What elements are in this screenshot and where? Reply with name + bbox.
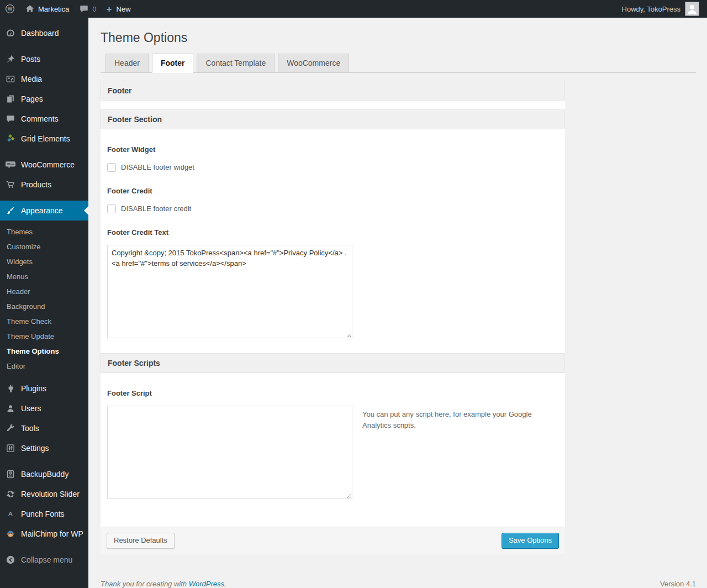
comment-count: 0 [92, 5, 96, 13]
sidebar-item-woocommerce[interactable]: Woo WooCommerce [0, 155, 88, 175]
sidebar-item-comments[interactable]: Comments [0, 109, 88, 129]
spacer [107, 499, 558, 527]
refresh-arrows-icon [5, 489, 16, 500]
comments-menu[interactable]: 0 [74, 0, 101, 18]
sidebar-label: MailChimp for WP [21, 529, 83, 538]
footer-script-textarea[interactable] [107, 406, 352, 499]
sidebar-item-media[interactable]: Media [0, 69, 88, 89]
sidebar-item-backupbuddy[interactable]: BackupBuddy [0, 464, 88, 484]
wordpress-logo-menu[interactable]: W [0, 0, 20, 18]
submenu-item-menus[interactable]: Menus [0, 269, 88, 284]
pushpin-icon [5, 54, 16, 65]
submenu-item-editor[interactable]: Editor [0, 359, 88, 374]
collapse-arrow-icon [5, 554, 16, 565]
submenu-item-themes[interactable]: Themes [0, 224, 88, 239]
sidebar-item-mailchimp[interactable]: MailChimp for WP [0, 524, 88, 544]
grid-elements-icon [5, 133, 16, 144]
media-icon [5, 74, 16, 85]
sidebar-label: Comments [21, 114, 59, 123]
admin-bar-account[interactable]: Howdy, TokoPress [622, 2, 707, 16]
sidebar-item-settings[interactable]: Settings [0, 438, 88, 458]
howdy-label: Howdy, TokoPress [622, 5, 680, 13]
sidebar-item-posts[interactable]: Posts [0, 49, 88, 69]
settings-sliders-icon [5, 443, 16, 454]
section-header-footer-scripts: Footer Scripts [101, 353, 565, 373]
comment-bubble-icon [79, 4, 89, 14]
collapse-menu-button[interactable]: Collapse menu [0, 550, 88, 570]
disable-footer-credit-checkbox[interactable] [107, 204, 116, 213]
footer-scripts-body: Footer Script You can put any script her… [101, 373, 565, 527]
dashboard-icon [5, 28, 16, 39]
footer-credit-checkbox-row: DISABLE footer credit [107, 204, 558, 213]
tab-contact-template[interactable]: Contact Template [197, 54, 275, 73]
footer-credit-text-textarea[interactable]: Copyright &copy; 2015 TokoPress<span><a … [107, 245, 352, 338]
submenu-item-widgets[interactable]: Widgets [0, 254, 88, 269]
sidebar-label: Settings [21, 444, 49, 453]
admin-bar: W Marketica 0 + New Howdy, TokoPress [0, 0, 707, 18]
sidebar-label: Appearance [21, 206, 63, 215]
cart-icon [5, 179, 16, 190]
sidebar-label: Products [21, 180, 51, 189]
save-options-button[interactable]: Save Options [502, 533, 559, 549]
footer-credit-label: Footer Credit [107, 187, 558, 195]
footer-widget-checkbox-row: DISABLE footer widget [107, 163, 558, 172]
user-icon [5, 403, 16, 414]
wordpress-logo-icon: W [5, 4, 15, 14]
paintbrush-icon [5, 205, 16, 216]
home-icon [25, 4, 35, 14]
tab-woocommerce[interactable]: WooCommerce [278, 54, 349, 73]
sidebar-item-dashboard[interactable]: Dashboard [0, 23, 88, 43]
sidebar-item-users[interactable]: Users [0, 398, 88, 418]
submenu-item-customize[interactable]: Customize [0, 239, 88, 254]
spacer [107, 340, 558, 353]
menu-separator [0, 43, 88, 49]
sidebar-item-plugins[interactable]: Plugins [0, 379, 88, 398]
new-label: New [117, 5, 131, 13]
plus-icon: + [107, 4, 112, 14]
panel-gap [101, 101, 565, 109]
sidebar-item-appearance[interactable]: Appearance [0, 201, 88, 221]
sidebar-item-grid-elements[interactable]: Grid Elements [0, 129, 88, 149]
new-content-menu[interactable]: + New [102, 0, 136, 18]
sidebar-label: Users [21, 404, 41, 413]
submenu-item-header[interactable]: Header [0, 284, 88, 299]
panel-footer: Restore Defaults Save Options [101, 527, 565, 554]
mailchimp-monkey-icon [5, 528, 16, 539]
sidebar-item-revolution-slider[interactable]: Revolution Slider [0, 484, 88, 504]
sidebar-label: BackupBuddy [21, 470, 68, 479]
tab-header[interactable]: Header [105, 54, 149, 73]
submenu-item-theme-update[interactable]: Theme Update [0, 329, 88, 344]
footer-widget-label: Footer Widget [107, 145, 558, 154]
sidebar-label: Posts [21, 55, 40, 64]
footer-script-help-text: You can put any script here, for example… [362, 409, 535, 431]
plug-icon [5, 383, 16, 394]
tab-bar: Header Footer Contact Template WooCommer… [101, 54, 696, 73]
menu-separator [0, 149, 88, 155]
page-footer: Thank you for creating with WordPress. V… [101, 580, 696, 588]
wordpress-link[interactable]: WordPress [189, 580, 224, 588]
backup-drive-icon [5, 469, 16, 480]
site-name-menu[interactable]: Marketica [20, 0, 74, 18]
footer-script-row: You can put any script here, for example… [107, 397, 558, 499]
comments-icon [5, 113, 16, 124]
sidebar-label: Media [21, 75, 42, 83]
site-name-label: Marketica [38, 5, 69, 13]
theme-options-panel: Footer Footer Section Footer Widget DISA… [101, 81, 565, 554]
pages-icon [5, 93, 16, 104]
submenu-item-theme-check[interactable]: Theme Check [0, 314, 88, 329]
submenu-item-background[interactable]: Background [0, 299, 88, 314]
woocommerce-badge-icon: Woo [5, 159, 16, 170]
sidebar-item-tools[interactable]: Tools [0, 418, 88, 438]
tab-footer[interactable]: Footer [152, 54, 194, 73]
avatar-person-icon [685, 2, 699, 15]
sidebar-label: Dashboard [21, 29, 59, 38]
page-title: Theme Options [101, 30, 696, 46]
submenu-item-theme-options[interactable]: Theme Options [0, 344, 88, 359]
sidebar-label: Collapse menu [21, 555, 72, 564]
restore-defaults-button[interactable]: Restore Defaults [107, 533, 175, 549]
sidebar-item-punch-fonts[interactable]: A Punch Fonts [0, 504, 88, 524]
sidebar-item-products[interactable]: Products [0, 175, 88, 195]
menu-separator [0, 458, 88, 464]
disable-footer-widget-checkbox[interactable] [107, 163, 116, 172]
sidebar-item-pages[interactable]: Pages [0, 89, 88, 109]
